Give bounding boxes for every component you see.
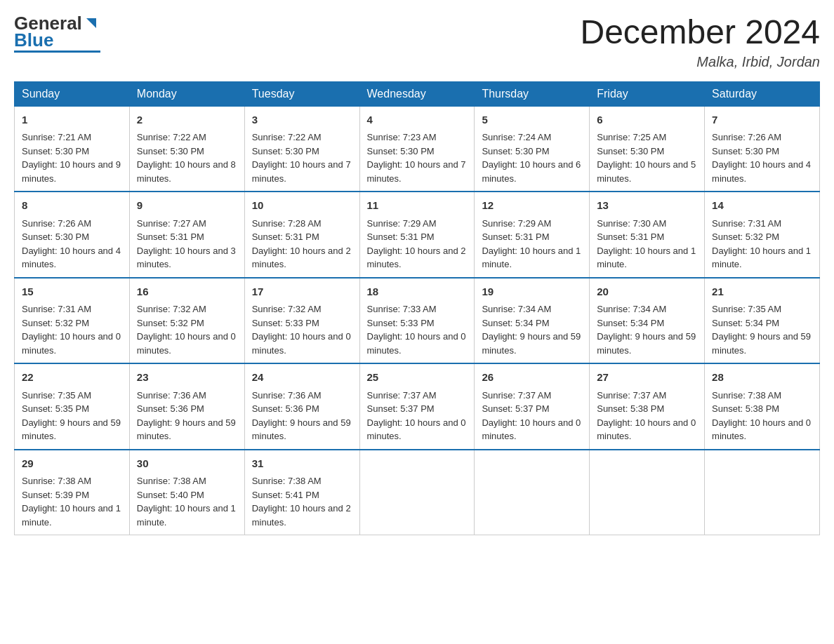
sunrise-label: Sunrise: 7:29 AM [367, 218, 437, 229]
sunrise-label: Sunrise: 7:27 AM [137, 218, 206, 229]
sunrise-label: Sunrise: 7:28 AM [252, 218, 322, 229]
sunset-label: Sunset: 5:38 PM [712, 403, 779, 414]
daylight-label: Daylight: 9 hours and 59 minutes. [482, 331, 581, 356]
sunset-label: Sunset: 5:30 PM [137, 146, 204, 156]
month-title: December 2024 [580, 14, 820, 51]
day-number: 19 [482, 284, 582, 300]
header-thursday: Thursday [475, 81, 590, 106]
day-number: 24 [252, 370, 352, 386]
daylight-label: Daylight: 10 hours and 9 minutes. [22, 159, 121, 184]
sunset-label: Sunset: 5:30 PM [22, 232, 89, 242]
daylight-label: Daylight: 10 hours and 0 minutes. [252, 331, 351, 356]
day-number: 17 [252, 284, 352, 300]
calendar-cell: 3 Sunrise: 7:22 AM Sunset: 5:30 PM Dayli… [244, 106, 359, 192]
sunset-label: Sunset: 5:41 PM [252, 490, 319, 500]
sunset-label: Sunset: 5:36 PM [137, 403, 204, 414]
sunset-label: Sunset: 5:34 PM [597, 318, 664, 328]
calendar-cell: 19 Sunrise: 7:34 AM Sunset: 5:34 PM Dayl… [475, 278, 590, 364]
day-number: 27 [597, 370, 697, 386]
calendar-table: SundayMondayTuesdayWednesdayThursdayFrid… [14, 81, 820, 536]
daylight-label: Daylight: 10 hours and 1 minute. [712, 246, 811, 270]
day-number: 13 [597, 198, 697, 214]
week-row-4: 22 Sunrise: 7:35 AM Sunset: 5:35 PM Dayl… [15, 363, 820, 450]
day-number: 18 [367, 284, 468, 300]
calendar-cell: 6 Sunrise: 7:25 AM Sunset: 5:30 PM Dayli… [590, 106, 705, 192]
header-wednesday: Wednesday [359, 81, 475, 106]
daylight-label: Daylight: 10 hours and 5 minutes. [597, 159, 696, 184]
calendar-cell: 12 Sunrise: 7:29 AM Sunset: 5:31 PM Dayl… [475, 192, 590, 278]
daylight-label: Daylight: 10 hours and 1 minute. [482, 246, 581, 270]
sunset-label: Sunset: 5:34 PM [712, 318, 779, 328]
sunrise-label: Sunrise: 7:38 AM [137, 476, 206, 486]
sunset-label: Sunset: 5:33 PM [367, 318, 435, 328]
daylight-label: Daylight: 9 hours and 59 minutes. [597, 331, 696, 356]
week-row-3: 15 Sunrise: 7:31 AM Sunset: 5:32 PM Dayl… [15, 278, 820, 364]
calendar-cell: 1 Sunrise: 7:21 AM Sunset: 5:30 PM Dayli… [15, 106, 130, 192]
daylight-label: Daylight: 10 hours and 7 minutes. [367, 159, 466, 184]
calendar-cell: 30 Sunrise: 7:38 AM Sunset: 5:40 PM Dayl… [129, 450, 244, 535]
calendar-cell: 27 Sunrise: 7:37 AM Sunset: 5:38 PM Dayl… [590, 363, 705, 450]
calendar-cell: 29 Sunrise: 7:38 AM Sunset: 5:39 PM Dayl… [15, 450, 130, 535]
day-number: 22 [22, 370, 122, 386]
calendar-cell [475, 450, 590, 535]
sunrise-label: Sunrise: 7:31 AM [22, 304, 91, 314]
week-row-1: 1 Sunrise: 7:21 AM Sunset: 5:30 PM Dayli… [15, 106, 820, 192]
daylight-label: Daylight: 10 hours and 0 minutes. [482, 417, 581, 442]
day-number: 12 [482, 198, 582, 214]
day-number: 25 [367, 370, 468, 386]
sunrise-label: Sunrise: 7:37 AM [367, 390, 437, 401]
day-number: 2 [137, 112, 237, 128]
sunset-label: Sunset: 5:30 PM [22, 146, 89, 156]
day-number: 6 [597, 112, 697, 128]
header-tuesday: Tuesday [244, 81, 359, 106]
calendar-cell: 13 Sunrise: 7:30 AM Sunset: 5:31 PM Dayl… [590, 192, 705, 278]
daylight-label: Daylight: 10 hours and 3 minutes. [137, 246, 236, 270]
calendar-header-row: SundayMondayTuesdayWednesdayThursdayFrid… [15, 81, 820, 106]
sunrise-label: Sunrise: 7:29 AM [482, 218, 551, 229]
title-block: December 2024 Malka, Irbid, Jordan [580, 14, 820, 70]
daylight-label: Daylight: 10 hours and 0 minutes. [137, 331, 236, 356]
day-number: 26 [482, 370, 582, 386]
sunrise-label: Sunrise: 7:26 AM [712, 132, 781, 142]
day-number: 29 [22, 456, 122, 472]
sunrise-label: Sunrise: 7:38 AM [22, 476, 91, 486]
sunrise-label: Sunrise: 7:38 AM [712, 390, 781, 401]
calendar-cell: 26 Sunrise: 7:37 AM Sunset: 5:37 PM Dayl… [475, 363, 590, 450]
day-number: 1 [22, 112, 122, 128]
calendar-cell: 23 Sunrise: 7:36 AM Sunset: 5:36 PM Dayl… [129, 363, 244, 450]
sunset-label: Sunset: 5:30 PM [367, 146, 435, 156]
sunrise-label: Sunrise: 7:30 AM [597, 218, 666, 229]
sunset-label: Sunset: 5:40 PM [137, 490, 204, 500]
header-monday: Monday [129, 81, 244, 106]
calendar-cell: 10 Sunrise: 7:28 AM Sunset: 5:31 PM Dayl… [244, 192, 359, 278]
calendar-cell: 24 Sunrise: 7:36 AM Sunset: 5:36 PM Dayl… [244, 363, 359, 450]
sunrise-label: Sunrise: 7:34 AM [597, 304, 666, 314]
daylight-label: Daylight: 9 hours and 59 minutes. [137, 417, 236, 442]
daylight-label: Daylight: 10 hours and 6 minutes. [482, 159, 581, 184]
daylight-label: Daylight: 9 hours and 59 minutes. [712, 331, 811, 356]
header-saturday: Saturday [705, 81, 820, 106]
day-number: 5 [482, 112, 582, 128]
logo-underline [14, 51, 100, 53]
day-number: 10 [252, 198, 352, 214]
day-number: 7 [712, 112, 812, 128]
sunset-label: Sunset: 5:31 PM [367, 232, 435, 242]
logo-triangle-icon [84, 15, 99, 31]
sunset-label: Sunset: 5:31 PM [597, 232, 664, 242]
sunset-label: Sunset: 5:35 PM [22, 403, 89, 414]
sunrise-label: Sunrise: 7:25 AM [597, 132, 666, 142]
sunrise-label: Sunrise: 7:36 AM [137, 390, 206, 401]
calendar-cell: 28 Sunrise: 7:38 AM Sunset: 5:38 PM Dayl… [705, 363, 820, 450]
calendar-cell: 11 Sunrise: 7:29 AM Sunset: 5:31 PM Dayl… [359, 192, 475, 278]
daylight-label: Daylight: 10 hours and 0 minutes. [367, 331, 466, 356]
daylight-label: Daylight: 10 hours and 2 minutes. [367, 246, 466, 270]
day-number: 21 [712, 284, 812, 300]
calendar-cell: 5 Sunrise: 7:24 AM Sunset: 5:30 PM Dayli… [475, 106, 590, 192]
daylight-label: Daylight: 10 hours and 8 minutes. [137, 159, 236, 184]
sunset-label: Sunset: 5:30 PM [482, 146, 549, 156]
header-friday: Friday [590, 81, 705, 106]
logo: General Blue [14, 14, 100, 53]
day-number: 31 [252, 456, 352, 472]
daylight-label: Daylight: 10 hours and 0 minutes. [712, 417, 811, 442]
sunrise-label: Sunrise: 7:31 AM [712, 218, 781, 229]
